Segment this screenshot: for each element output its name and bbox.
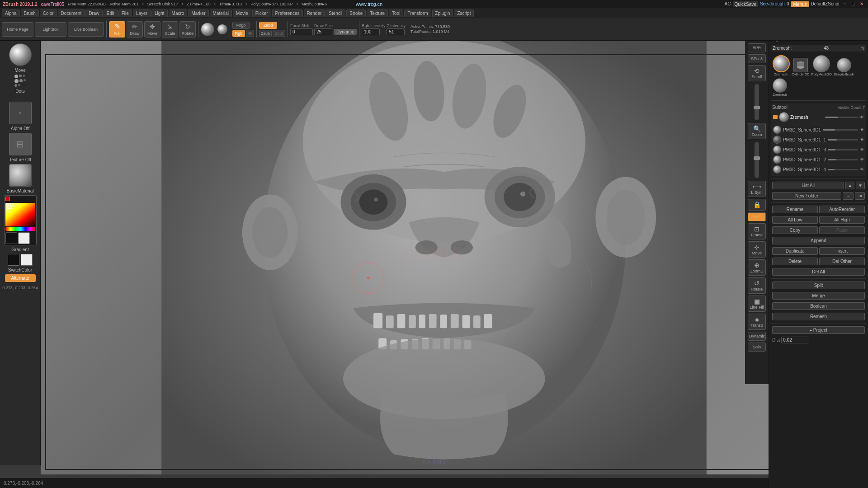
thumb-cylinder[interactable]: Cylinder3D <box>792 58 810 76</box>
zoomd-btn[interactable]: ⊕ ZoomD <box>748 259 766 276</box>
xyz-btn[interactable]: XYZ <box>748 212 766 221</box>
window-close[interactable]: ✕ <box>858 1 865 7</box>
subtool-2-slider[interactable] <box>828 149 858 150</box>
zoom-btn[interactable]: 🔍 Zoom <box>748 123 766 139</box>
quick-save-btn[interactable]: QuickSave <box>733 1 758 7</box>
btn-m[interactable]: M <box>246 30 254 37</box>
auto-reorder-btn[interactable]: AutoReorder <box>819 206 865 213</box>
subtool-item-0[interactable]: PM3D_Sphere3D1 👁 <box>772 125 865 135</box>
subtool-1-slider[interactable] <box>828 139 858 141</box>
menu-marker[interactable]: Marker <box>188 9 208 17</box>
default-zscript[interactable]: DefaultZScript <box>811 1 840 7</box>
bpr-btn[interactable]: BPR <box>748 43 766 52</box>
eye-main[interactable]: 👁 <box>859 115 864 120</box>
new-folder-btn[interactable]: New Folder <box>772 192 841 200</box>
thumb-polymesh[interactable]: PolyMesh3D <box>811 55 832 76</box>
subtool-main-slider[interactable] <box>825 117 859 118</box>
texture-preview[interactable]: ⊞ <box>9 133 32 155</box>
copy-btn[interactable]: Copy <box>772 226 818 234</box>
menu-document[interactable]: Document <box>58 9 85 17</box>
tool-draw[interactable]: ✏ Draw <box>127 21 143 38</box>
split-btn[interactable]: Split <box>772 282 865 289</box>
tab-live-boolean[interactable]: Live Boolean <box>68 22 104 37</box>
brush-sphere[interactable] <box>201 23 214 36</box>
window-max[interactable]: □ <box>850 1 856 7</box>
menu-picker[interactable]: Picker <box>252 9 271 17</box>
append-btn[interactable]: Append <box>772 237 865 244</box>
hue-strip[interactable] <box>5 227 35 231</box>
menu-movie[interactable]: Movie <box>233 9 251 17</box>
del-other-btn[interactable]: Del Other <box>819 258 865 265</box>
subtool-4-slider[interactable] <box>828 169 858 170</box>
tab-home-page[interactable]: Home Page <box>2 22 33 37</box>
zremesh-arrows[interactable]: ⇅ <box>861 46 864 51</box>
arrow-down-btn[interactable]: ▼ <box>856 182 865 189</box>
list-all-btn[interactable]: List All <box>772 182 844 189</box>
menu-render[interactable]: Render <box>304 9 325 17</box>
switch-black[interactable] <box>8 254 19 266</box>
menu-layer[interactable]: Layer <box>133 9 151 17</box>
menu-tool[interactable]: Tool <box>389 9 403 17</box>
menu-preferences[interactable]: Preferences <box>272 9 303 17</box>
menu-zscript[interactable]: Zscript <box>454 9 474 17</box>
window-min[interactable]: ─ <box>841 1 848 7</box>
delete-btn[interactable]: Delete <box>772 258 818 265</box>
btn-mrgb[interactable]: Mrgb <box>232 22 250 29</box>
new-folder-arrow[interactable]: → <box>843 192 854 200</box>
dynamic-btn[interactable]: Dynamic <box>334 29 357 35</box>
see-through-btn[interactable]: See-through <box>760 1 785 7</box>
boolean-btn[interactable]: Boolean <box>772 302 865 310</box>
solo-btn[interactable]: Solo <box>748 343 766 352</box>
arrow-up-btn[interactable]: ▲ <box>845 182 854 189</box>
z-intensity-input[interactable] <box>387 28 405 35</box>
menu-macro[interactable]: Macro <box>169 9 188 17</box>
menu-draw[interactable]: Draw <box>85 9 102 17</box>
menu-color[interactable]: Color <box>40 9 57 17</box>
swatch-white[interactable] <box>18 232 30 244</box>
menu-stroke[interactable]: Stroke <box>346 9 366 17</box>
menu-material[interactable]: Material <box>210 9 232 17</box>
subtool-3-slider[interactable] <box>828 159 858 160</box>
subtool-item-2[interactable]: PM3D_Sphere3D1_3 👁 <box>772 145 865 155</box>
menu-edit[interactable]: Edit <box>104 9 118 17</box>
menus-btn[interactable]: Menus <box>791 1 809 7</box>
eye-3[interactable]: 👁 <box>860 157 864 162</box>
subtool-item-4[interactable]: PM3D_Sphere3D1_4 👁 <box>772 164 865 174</box>
btn-zcut[interactable]: Zcut <box>273 30 285 37</box>
swatch-black[interactable] <box>5 232 17 244</box>
thumb-zremesh2[interactable]: Zremesh <box>773 78 787 97</box>
alternate-btn[interactable]: Alternate <box>5 274 36 282</box>
rename-btn[interactable]: Rename <box>772 206 818 213</box>
btn-zadd[interactable]: Zadd <box>259 22 277 29</box>
zoom-slider[interactable] <box>755 142 759 178</box>
menu-file[interactable]: File <box>118 9 132 17</box>
alpha-preview[interactable]: α <box>9 102 32 124</box>
thumb-zremesh[interactable]: Zremesh <box>773 55 790 76</box>
material-sphere[interactable] <box>217 24 227 34</box>
all-low-btn[interactable]: All Low <box>772 216 818 224</box>
new-folder-in[interactable]: ⇥ <box>855 192 865 200</box>
eye-1[interactable]: 👁 <box>860 137 864 142</box>
menu-zplugin[interactable]: Zplugin <box>432 9 453 17</box>
menu-light[interactable]: Light <box>151 9 168 17</box>
remesh-btn[interactable]: Remesh <box>772 313 865 320</box>
subtool-item-1[interactable]: PM3D_Sphere3D1_1 👁 <box>772 135 865 145</box>
project-btn[interactable]: ▸ Project <box>772 326 865 334</box>
scroll-btn[interactable]: ⟲ Scroll <box>748 65 766 81</box>
rgb-intensity-input[interactable] <box>362 28 380 35</box>
menu-alpha[interactable]: Alpha <box>2 9 20 17</box>
subtool-main-thumb[interactable] <box>779 112 789 122</box>
brush-preview[interactable] <box>9 43 32 66</box>
paste-btn[interactable]: Paste <box>819 226 865 234</box>
eye-0[interactable]: 👁 <box>860 127 864 132</box>
tab-lightbox[interactable]: LightBox <box>35 22 66 37</box>
focal-shift-input[interactable] <box>290 28 313 35</box>
color-picker[interactable] <box>4 195 37 245</box>
tool-rotate[interactable]: ↻ Rotate <box>179 21 196 38</box>
duplicate-btn[interactable]: Duplicate <box>772 247 818 255</box>
dynamic-btn-ri[interactable]: Dynamic <box>748 332 766 341</box>
del-all-btn[interactable]: Del All <box>772 268 865 276</box>
line-fill-btn[interactable]: ▦ Line Fill <box>748 296 766 312</box>
all-high-btn[interactable]: All High <box>819 216 865 224</box>
thumb-simplebrush[interactable]: SimpleBrush <box>834 58 854 76</box>
